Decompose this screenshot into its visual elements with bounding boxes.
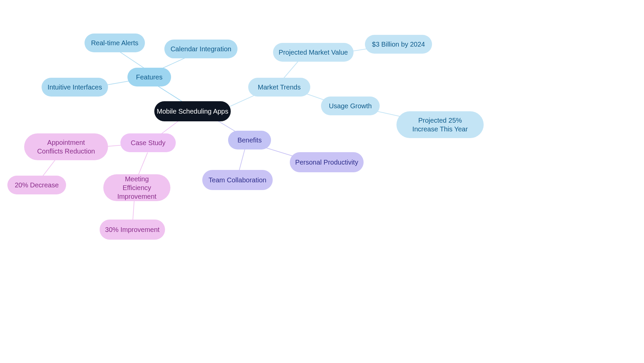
efficiency-value-node[interactable]: 30% Improvement: [100, 220, 165, 240]
realtime-alerts-node[interactable]: Real-time Alerts: [85, 34, 145, 52]
features-node[interactable]: Features: [127, 68, 171, 86]
intuitive-interfaces-node[interactable]: Intuitive Interfaces: [42, 78, 108, 97]
usage-growth-value-node[interactable]: Projected 25% Increase This Year: [396, 111, 484, 138]
projected-market-value-node[interactable]: Projected Market Value: [273, 43, 354, 62]
calendar-integration-node[interactable]: Calendar Integration: [164, 40, 237, 58]
svg-line-1: [117, 50, 148, 70]
efficiency-improvement-node[interactable]: Meeting Efficiency Improvement: [103, 174, 170, 201]
root-node[interactable]: Mobile Scheduling Apps: [154, 101, 231, 121]
conflicts-value-node[interactable]: 20% Decrease: [7, 176, 66, 194]
personal-productivity-node[interactable]: Personal Productivity: [290, 152, 364, 172]
market-trends-node[interactable]: Market Trends: [248, 78, 310, 97]
market-value-amount-node[interactable]: $3 Billion by 2024: [365, 35, 432, 54]
team-collaboration-node[interactable]: Team Collaboration: [202, 170, 273, 190]
benefits-node[interactable]: Benefits: [228, 131, 271, 149]
case-study-node[interactable]: Case Study: [120, 133, 176, 152]
conflicts-reduction-node[interactable]: Appointment Conflicts Reduction: [24, 133, 108, 160]
usage-growth-node[interactable]: Usage Growth: [321, 97, 380, 115]
